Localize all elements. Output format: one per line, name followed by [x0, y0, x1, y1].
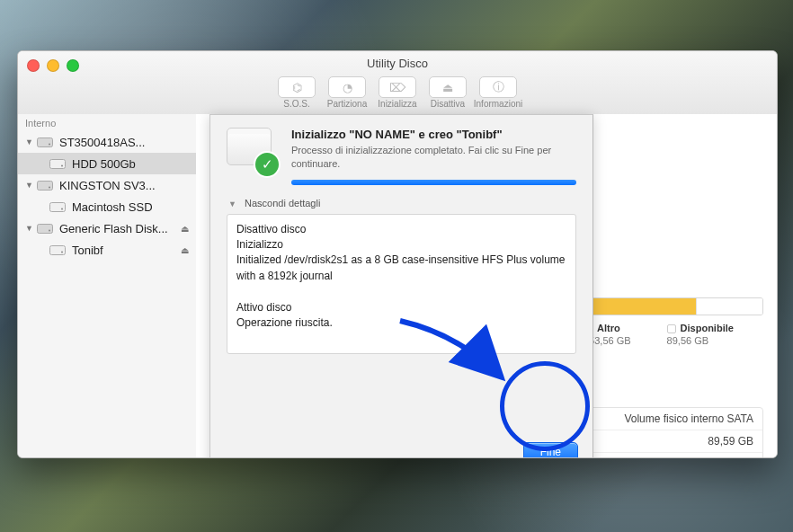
- chevron-down-icon: ▼: [25, 181, 34, 190]
- sidebar-volume[interactable]: Tonibf⏏: [18, 239, 196, 261]
- log-output: Disattivo disco Inizializzo Initialized …: [227, 214, 576, 354]
- sidebar-volume[interactable]: Macintosh SSD: [18, 196, 196, 217]
- sos-icon: ⌬: [278, 76, 316, 98]
- item-label: Macintosh SSD: [72, 200, 189, 214]
- drive-icon: [49, 200, 67, 214]
- svg-point-11: [61, 252, 63, 253]
- toolbar-label: Inizializza: [372, 99, 423, 109]
- drive-icon: [36, 221, 54, 235]
- detail-value: Volume fisico interno SATA: [624, 412, 753, 425]
- disattiva-icon: ⏏: [429, 76, 467, 98]
- svg-rect-4: [38, 182, 53, 191]
- sidebar-volume[interactable]: HDD 500Gb: [18, 153, 196, 174]
- sidebar: Interno ▼ST3500418AS...HDD 500Gb▼KINGSTO…: [18, 114, 197, 457]
- done-button[interactable]: Fine: [523, 442, 578, 458]
- item-label: HDD 500Gb: [72, 157, 189, 171]
- sidebar-disk[interactable]: ▼Generic Flash Disk...⏏: [18, 217, 196, 239]
- desktop: Utility Disco ⌬S.O.S.◔Partiziona⌦Inizial…: [0, 0, 793, 532]
- toolbar-label: Partiziona: [322, 99, 372, 109]
- drive-icon: [49, 243, 67, 257]
- svg-rect-6: [50, 203, 66, 212]
- details-toggle[interactable]: ▼ Nascondi dettagli: [228, 198, 576, 208]
- usage-chunk: [696, 298, 762, 315]
- legend-item: Disponibile89,56 GB: [667, 323, 734, 346]
- eject-icon[interactable]: ⏏: [181, 245, 189, 255]
- item-label: ST3500418AS...: [59, 136, 189, 149]
- erase-sheet: ✓ Inizializzo "NO NAME" e creo "Tonibf" …: [209, 114, 593, 458]
- legend-label: Altro: [597, 323, 620, 333]
- detail-value: Abilitato: [715, 457, 753, 458]
- svg-point-5: [49, 187, 50, 189]
- svg-point-3: [61, 165, 63, 167]
- toolbar-label: Informazioni: [473, 99, 523, 109]
- drive-icon: [36, 135, 54, 149]
- item-label: Generic Flash Disk...: [59, 222, 181, 235]
- svg-rect-10: [50, 246, 66, 255]
- toolbar-label: Disattiva: [423, 99, 473, 109]
- toolbar-info-button[interactable]: ⓘInformazioni: [473, 76, 523, 109]
- titlebar: Utility Disco ⌬S.O.S.◔Partiziona⌦Inizial…: [18, 51, 777, 115]
- toolbar: ⌬S.O.S.◔Partiziona⌦Inizializza⏏Disattiva…: [18, 76, 777, 109]
- eject-icon[interactable]: ⏏: [181, 224, 189, 234]
- toolbar-disattiva-button[interactable]: ⏏Disattiva: [423, 76, 473, 109]
- usage-bar: [584, 297, 763, 315]
- chevron-down-icon: ▼: [228, 200, 236, 208]
- usage-chunk: [584, 298, 696, 315]
- sheet-drive-icon: ✓: [227, 128, 277, 174]
- legend-label: Disponibile: [681, 323, 734, 333]
- item-label: KINGSTON SV3...: [59, 179, 189, 192]
- chevron-down-icon: ▼: [25, 137, 34, 146]
- svg-rect-0: [38, 138, 53, 147]
- toolbar-inizializza-button[interactable]: ⌦Inizializza: [372, 76, 423, 109]
- item-label: Tonibf: [72, 244, 181, 257]
- usage-block: Altro153,56 GBDisponibile89,56 GB: [584, 297, 763, 346]
- disk-utility-window: Utility Disco ⌬S.O.S.◔Partiziona⌦Inizial…: [17, 50, 778, 458]
- detail-value: 89,59 GB: [708, 435, 753, 448]
- toolbar-partiziona-button[interactable]: ◔Partiziona: [322, 76, 372, 109]
- svg-rect-2: [50, 160, 66, 169]
- toolbar-sos-button[interactable]: ⌬S.O.S.: [272, 76, 322, 109]
- disk-tree: ▼ST3500418AS...HDD 500Gb▼KINGSTON SV3...…: [18, 131, 196, 261]
- legend-value: 89,56 GB: [667, 335, 734, 346]
- svg-point-9: [49, 230, 50, 232]
- success-badge-icon: ✓: [254, 151, 281, 178]
- toolbar-label: S.O.S.: [272, 99, 322, 109]
- usage-legend: Altro153,56 GBDisponibile89,56 GB: [584, 323, 763, 346]
- window-title: Utility Disco: [18, 57, 777, 70]
- sheet-title: Inizializzo "NO NAME" e creo "Tonibf": [291, 128, 576, 141]
- progress-bar: [291, 180, 576, 185]
- svg-point-1: [49, 144, 50, 146]
- sheet-subtitle: Processo di inizializzazione completato.…: [291, 144, 576, 171]
- inizializza-icon: ⌦: [379, 76, 416, 98]
- svg-rect-8: [38, 225, 53, 234]
- drive-icon: [49, 156, 67, 171]
- chevron-down-icon: ▼: [25, 224, 34, 233]
- partiziona-icon: ◔: [328, 76, 366, 98]
- sidebar-disk[interactable]: ▼KINGSTON SV3...: [18, 174, 196, 196]
- svg-point-7: [61, 208, 63, 210]
- details-toggle-label: Nascondi dettagli: [245, 198, 320, 208]
- sidebar-section-label: Interno: [18, 114, 196, 131]
- info-icon: ⓘ: [479, 76, 517, 98]
- sidebar-disk[interactable]: ▼ST3500418AS...: [18, 131, 196, 153]
- drive-icon: [36, 178, 54, 192]
